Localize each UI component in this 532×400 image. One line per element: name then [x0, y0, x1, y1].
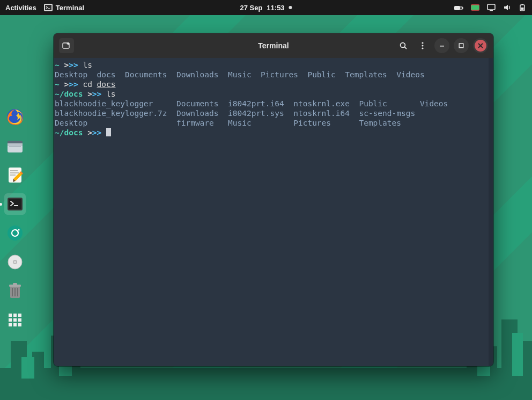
apps-grid-icon — [9, 314, 21, 326]
svg-rect-28 — [8, 143, 23, 146]
dock-text-editor[interactable] — [4, 164, 26, 186]
svg-rect-31 — [10, 172, 19, 173]
battery-icon[interactable] — [519, 4, 527, 11]
close-icon — [474, 39, 487, 52]
dock-disc[interactable] — [4, 251, 26, 273]
svg-rect-14 — [45, 5, 51, 10]
svg-rect-47 — [14, 288, 16, 296]
text-editor-icon — [6, 166, 24, 184]
minimize-icon — [439, 42, 445, 49]
scrollbar[interactable] — [489, 58, 493, 366]
notification-dot-icon — [289, 6, 292, 9]
search-icon — [399, 41, 408, 50]
maximize-button[interactable] — [454, 38, 469, 53]
maximize-icon — [458, 42, 464, 49]
terminal-icon — [6, 195, 24, 213]
svg-rect-56 — [459, 43, 463, 48]
terminal-window: Terminal ~ >>> ls Desktop docs Documents… — [54, 33, 493, 366]
svg-rect-48 — [17, 288, 18, 296]
new-tab-button[interactable] — [59, 38, 74, 53]
dock-files[interactable] — [4, 135, 26, 157]
top-bar: Activities Terminal 27 Sep 11:53 — [0, 0, 532, 15]
files-icon — [6, 137, 24, 155]
dock-terminal[interactable] — [4, 193, 26, 215]
svg-rect-12 — [512, 333, 523, 376]
svg-rect-46 — [12, 288, 13, 296]
minimize-button[interactable] — [434, 38, 449, 53]
svg-rect-55 — [440, 46, 444, 47]
dock-trash[interactable] — [4, 280, 26, 302]
menu-button[interactable] — [415, 38, 430, 53]
svg-rect-34 — [9, 199, 21, 209]
svg-rect-16 — [454, 6, 460, 10]
time-text: 11:53 — [267, 4, 284, 12]
svg-rect-15 — [48, 8, 50, 9]
svg-point-54 — [422, 47, 423, 49]
terminal-output: ~ >>> ls Desktop docs Documents Download… — [55, 60, 492, 137]
svg-rect-45 — [13, 283, 17, 285]
date-text: 27 Sep — [240, 4, 262, 12]
svg-rect-20 — [490, 10, 493, 11]
svg-point-53 — [422, 45, 423, 46]
svg-rect-32 — [10, 174, 16, 176]
new-tab-icon — [62, 42, 71, 49]
current-app-name: Terminal — [56, 4, 84, 12]
volume-icon[interactable] — [503, 4, 512, 11]
svg-line-51 — [404, 47, 407, 49]
screenshot-icon — [7, 225, 23, 241]
activities-button[interactable]: Activities — [5, 4, 36, 12]
svg-rect-9 — [21, 357, 34, 379]
trash-icon — [7, 282, 23, 300]
vm-indicator-icon[interactable] — [471, 4, 479, 11]
svg-rect-19 — [487, 4, 495, 10]
svg-rect-23 — [521, 8, 524, 10]
svg-rect-35 — [14, 205, 18, 206]
svg-point-38 — [18, 229, 19, 230]
dock-screenshot[interactable] — [4, 222, 26, 244]
svg-point-36 — [8, 226, 23, 241]
kebab-menu-icon — [419, 41, 426, 50]
svg-point-50 — [401, 43, 405, 48]
svg-rect-22 — [522, 4, 523, 5]
window-title: Terminal — [258, 41, 289, 50]
cursor — [106, 128, 111, 136]
terminal-body[interactable]: ~ >>> ls Desktop docs Documents Download… — [54, 58, 493, 366]
window-titlebar[interactable]: Terminal — [54, 33, 493, 58]
dock — [0, 102, 30, 335]
clock[interactable]: 27 Sep 11:53 — [240, 4, 292, 12]
dock-apps[interactable] — [4, 309, 26, 331]
terminal-app-icon — [44, 4, 53, 11]
firefox-icon — [6, 108, 24, 126]
search-button[interactable] — [396, 38, 411, 53]
coffee-indicator-icon[interactable] — [454, 4, 463, 11]
svg-rect-30 — [10, 170, 18, 171]
screen-indicator-icon[interactable] — [487, 4, 496, 11]
disc-icon — [7, 254, 23, 270]
svg-rect-17 — [471, 5, 479, 10]
dock-firefox[interactable] — [4, 106, 26, 128]
current-app-indicator[interactable]: Terminal — [44, 4, 84, 12]
svg-point-42 — [14, 261, 16, 263]
close-button[interactable] — [473, 38, 488, 53]
svg-point-52 — [422, 42, 423, 43]
